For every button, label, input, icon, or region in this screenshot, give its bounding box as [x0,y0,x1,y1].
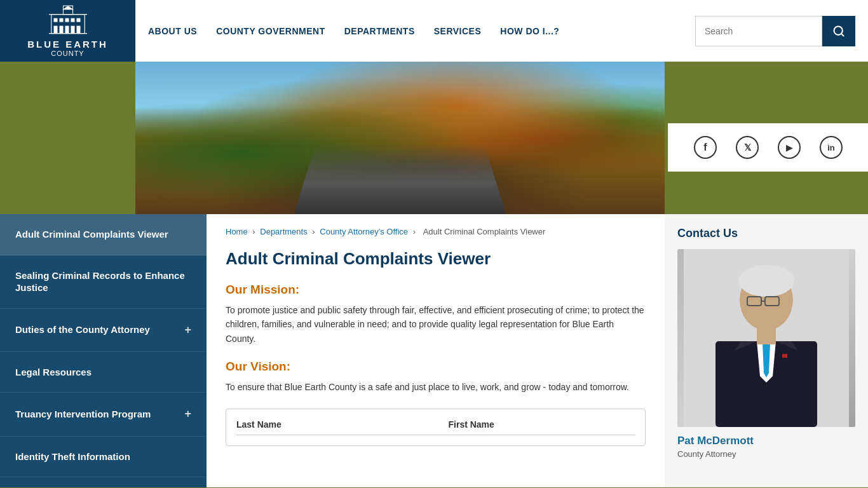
svg-rect-10 [65,26,69,34]
search-area [695,16,855,46]
sidebar-item-sealing-criminal[interactable]: Sealing Criminal Records to Enhance Just… [0,255,207,309]
main-wrapper: Adult Criminal Complaints Viewer Sealing… [0,214,868,487]
svg-rect-6 [71,18,74,22]
search-button[interactable] [822,16,855,46]
sidebar-label-legal-resources: Legal Resources [15,366,92,379]
svg-rect-12 [76,26,80,34]
svg-marker-1 [62,6,74,10]
social-bar: f 𝕏 ▶ in [668,123,868,172]
breadcrumb: Home › Departments › County Attorney's O… [226,227,646,236]
sidebar-label-adult-criminal: Adult Criminal Complaints Viewer [15,228,168,241]
contact-photo [677,249,855,427]
svg-rect-3 [53,18,57,22]
svg-line-14 [841,33,844,36]
sidebar: Adult Criminal Complaints Viewer Sealing… [0,214,207,487]
svg-rect-5 [65,18,69,22]
sidebar-expand-duties-icon: + [184,323,191,337]
mission-text: To promote justice and public safety thr… [226,303,646,346]
twitter-x-icon[interactable]: 𝕏 [736,136,759,159]
sidebar-item-adult-criminal[interactable]: Adult Criminal Complaints Viewer [0,214,207,255]
hero-road [294,145,506,214]
complaints-table-preview: Last Name First Name [226,409,646,446]
page-title: Adult Criminal Complaints Viewer [226,249,646,269]
svg-rect-8 [53,26,57,34]
nav-services[interactable]: SERVICES [434,21,482,41]
county-name: BLUE EARTH [27,39,108,50]
svg-rect-26 [757,329,776,344]
logo-area: BLUE EARTH COUNTY [0,0,135,62]
hero-image [135,62,665,214]
svg-point-17 [738,265,794,297]
logo-text: BLUE EARTH COUNTY [27,39,108,57]
linkedin-icon[interactable]: in [820,136,843,159]
contact-name: Pat McDermott [677,435,855,447]
table-header-row: Last Name First Name [236,419,635,435]
nav-departments[interactable]: DEPARTMENTS [344,21,415,41]
sidebar-item-duties[interactable]: Duties of the County Attorney + [0,309,207,352]
header: BLUE EARTH COUNTY ABOUT US COUNTY GOVERN… [0,0,868,62]
youtube-icon[interactable]: ▶ [778,136,801,159]
svg-rect-27 [782,354,787,358]
sidebar-item-truancy[interactable]: Truancy Intervention Program + [0,393,207,436]
breadcrumb-home[interactable]: Home [226,227,248,236]
nav-how-do-i[interactable]: HOW DO I...? [500,21,559,41]
sidebar-label-sealing-criminal: Sealing Criminal Records to Enhance Just… [15,269,191,294]
table-col-first-name: First Name [449,419,635,430]
county-sub: COUNTY [51,50,84,57]
sidebar-label-identity-theft: Identity Theft Information [15,451,130,463]
search-input[interactable] [695,16,822,46]
vision-heading: Our Vision: [226,360,646,374]
svg-rect-4 [59,18,63,22]
breadcrumb-current: Adult Criminal Complaints Viewer [423,227,546,236]
svg-rect-11 [71,26,74,34]
svg-rect-9 [59,26,63,34]
logo-building-icon [49,4,87,36]
sidebar-label-duties: Duties of the County Attorney [15,323,150,336]
table-col-last-name: Last Name [236,419,423,430]
nav-about-us[interactable]: ABOUT US [148,21,197,41]
facebook-icon[interactable]: f [694,136,717,159]
breadcrumb-departments[interactable]: Departments [260,227,307,236]
contact-role: County Attorney [677,449,855,459]
right-panel: Contact Us [665,214,868,487]
sidebar-label-truancy: Truancy Intervention Program [15,408,151,421]
breadcrumb-county-attorney[interactable]: County Attorney's Office [320,227,408,236]
sidebar-expand-truancy-icon: + [184,407,191,421]
sidebar-item-identity-theft[interactable]: Identity Theft Information [0,437,207,478]
vision-text: To ensure that Blue Earth County is a sa… [226,380,646,394]
contact-title: Contact Us [677,227,855,240]
mission-heading: Our Mission: [226,283,646,297]
contact-person-illustration [684,249,849,427]
search-icon [832,25,845,37]
content-area: Home › Departments › County Attorney's O… [207,214,665,487]
sidebar-item-legal-resources[interactable]: Legal Resources [0,352,207,393]
main-nav: ABOUT US COUNTY GOVERNMENT DEPARTMENTS S… [135,0,695,62]
nav-county-government[interactable]: COUNTY GOVERNMENT [216,21,325,41]
svg-rect-7 [76,18,80,22]
